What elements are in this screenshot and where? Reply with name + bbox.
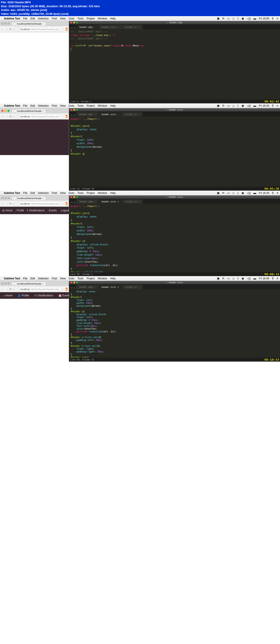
menu-edit[interactable]: Edit [30, 277, 35, 280]
menu-find[interactable]: Find [52, 192, 57, 194]
bluetooth-icon[interactable]: ᛒ [237, 277, 239, 280]
menu-project[interactable]: Project [86, 17, 95, 20]
url-bar[interactable]: localhost/Admin/header/header.php [15, 27, 61, 32]
battery-icon[interactable]: ▬ [253, 17, 256, 20]
browser-tab[interactable]: localhost/Admin/heade× [12, 109, 46, 113]
spotlight-icon[interactable]: ⚲ [272, 277, 274, 280]
tab-nav-right-icon[interactable]: ▶ [73, 114, 76, 116]
close-icon[interactable]: × [42, 197, 44, 200]
close-icon[interactable]: × [138, 26, 139, 28]
home-button[interactable]: ⌂ [13, 288, 15, 291]
menu-icon[interactable]: ≡ [276, 104, 278, 107]
clock[interactable]: Fri 16:05 [259, 17, 269, 20]
tab-nav-right-icon[interactable]: ▶ [73, 201, 76, 204]
volume-icon[interactable]: ◁)) [247, 191, 251, 194]
nav-home[interactable]: ⌂Home [1, 294, 13, 297]
menu-selection[interactable]: Selection [38, 277, 49, 280]
close-icon[interactable]: × [117, 113, 119, 116]
menu-help[interactable]: Help [110, 192, 115, 194]
window-controls[interactable] [1, 282, 10, 284]
menu-tools[interactable]: Tools [77, 192, 83, 194]
app-name[interactable]: Sublime Text [4, 17, 20, 20]
window-controls[interactable] [1, 22, 10, 25]
bluetooth-icon[interactable]: ᛒ [237, 104, 239, 107]
home-button[interactable]: ⌂ [13, 115, 15, 118]
browser-tab[interactable]: localhost/Admin/heade× [12, 196, 46, 200]
tab-nav-left-icon[interactable]: ◀ [70, 286, 73, 289]
menu-view[interactable]: View [60, 104, 66, 107]
editor-body[interactable]: display: none; } #header{ float: left; w… [69, 289, 280, 358]
menu-window[interactable]: Window [98, 104, 107, 107]
battery-icon[interactable]: ▬ [253, 104, 256, 107]
bluetooth-icon[interactable]: ᛒ [237, 17, 239, 20]
bookmark-icon[interactable]: ☆ [62, 115, 64, 118]
home-button[interactable]: ⌂ [13, 28, 15, 31]
menu-help[interactable]: Help [110, 17, 115, 20]
ext-icon[interactable]: ◉ [66, 202, 67, 205]
editor-body[interactable]: <!-- DEVELOPMENT ONLY!--> <?php include … [69, 29, 280, 100]
dropbox-icon[interactable]: ◇ [232, 17, 235, 20]
editor-body[interactable]: @import '../Import'; #header_open{ displ… [69, 204, 280, 272]
wifi-icon[interactable]: ◉ [242, 17, 244, 20]
menu-goto[interactable]: Goto [69, 104, 74, 107]
clock[interactable]: Fri 16:20 [259, 104, 269, 107]
spotlight-icon[interactable]: ⚲ [272, 191, 274, 194]
editor-tab[interactable]: header.scss [98, 285, 122, 289]
close-icon[interactable]: × [138, 286, 139, 288]
menu-find[interactable]: Find [52, 104, 57, 107]
ext-icon[interactable]: ◉ [66, 28, 67, 31]
menu-view[interactable]: View [60, 17, 66, 20]
menu-goto[interactable]: Goto [69, 17, 74, 20]
browser-tab[interactable]: localhost/Admin/heade× [12, 282, 46, 286]
spotlight-icon[interactable]: ⚲ [272, 104, 274, 107]
menu-window[interactable]: Window [98, 17, 107, 20]
close-icon[interactable]: × [94, 26, 95, 28]
menu-icon[interactable]: ≡ [276, 17, 278, 20]
bookmark-icon[interactable]: ☆ [62, 288, 64, 291]
editor-tab[interactable]: header.php× [76, 199, 98, 204]
reload-button[interactable]: ⟳ [9, 288, 12, 291]
url-bar[interactable]: localhost/Admin/header/header.php [15, 114, 61, 119]
close-icon[interactable]: × [94, 286, 95, 288]
menu-project[interactable]: Project [86, 277, 95, 280]
menu-edit[interactable]: Edit [30, 104, 35, 107]
nav-notifications[interactable]: 🏷1Notifications [34, 294, 53, 297]
wifi-icon[interactable]: ◉ [242, 191, 244, 194]
nav-logout[interactable]: ,Logout [59, 209, 69, 212]
reload-button[interactable]: ⟳ [9, 115, 12, 118]
camera-icon[interactable]: ▣ [217, 191, 219, 194]
window-controls[interactable] [70, 22, 78, 24]
camera-icon[interactable]: ▣ [217, 277, 219, 280]
tab-nav-right-icon[interactable]: ▶ [73, 286, 76, 289]
camera-icon[interactable]: ▣ [217, 104, 219, 107]
editor-tab[interactable]: script.js× [122, 112, 143, 116]
nav-events[interactable]: ;Events [47, 209, 57, 212]
menu-find[interactable]: Find [52, 277, 57, 280]
nav-notifications[interactable]: 81Notifications [27, 209, 45, 212]
bookmark-icon[interactable]: ☆ [62, 202, 64, 205]
battery-icon[interactable]: ▬ [253, 277, 256, 280]
ext-icon[interactable]: ◉ [66, 288, 67, 291]
menu-project[interactable]: Project [86, 104, 95, 107]
forward-button[interactable]: → [5, 115, 8, 118]
window-controls[interactable] [1, 110, 10, 112]
nav-profile[interactable]: ;Profile [15, 209, 24, 212]
app-name[interactable]: Sublime Text [4, 192, 20, 194]
close-icon[interactable]: × [138, 200, 139, 203]
menu-window[interactable]: Window [98, 192, 107, 194]
ext-icon[interactable]: ◉ [66, 115, 67, 118]
menu-goto[interactable]: Goto [69, 192, 74, 194]
editor-tab[interactable]: header.scss× [98, 112, 122, 116]
menu-selection[interactable]: Selection [38, 17, 49, 20]
forward-button[interactable]: → [5, 288, 8, 291]
window-controls[interactable] [1, 197, 10, 199]
volume-icon[interactable]: ◁)) [247, 277, 251, 280]
browser-tab[interactable]: localhost/Admin/heade × [12, 22, 46, 26]
menu-goto[interactable]: Goto [69, 277, 74, 280]
back-button[interactable]: ← [1, 28, 4, 31]
forward-button[interactable]: → [5, 28, 8, 31]
display-icon[interactable]: ▭ [227, 104, 230, 107]
menu-view[interactable]: View [60, 277, 66, 280]
clock[interactable]: Fri 16:34 [259, 192, 269, 194]
menu-file[interactable]: File [23, 277, 27, 280]
